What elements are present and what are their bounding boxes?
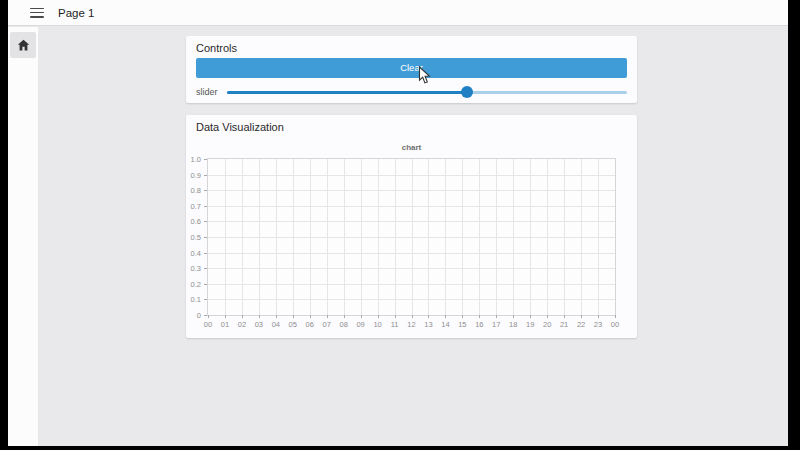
slider-fill [227, 91, 467, 94]
x-axis-tick [259, 315, 260, 318]
y-axis-tick [204, 159, 207, 160]
grid-line-horizontal [208, 237, 615, 238]
grid-line-horizontal [208, 253, 615, 254]
x-tick-label: 06 [306, 320, 314, 329]
x-axis-tick [615, 315, 616, 318]
controls-card: Controls Clear slider [186, 36, 637, 103]
x-tick-label: 00 [611, 320, 619, 329]
x-axis-tick [479, 315, 480, 318]
controls-card-title: Controls [196, 42, 627, 54]
grid-line-horizontal [208, 221, 615, 222]
slider-thumb[interactable] [461, 86, 473, 98]
x-tick-label: 05 [289, 320, 297, 329]
grid-line-horizontal [208, 284, 615, 285]
home-icon [17, 39, 30, 52]
x-tick-label: 01 [221, 320, 229, 329]
x-tick-label: 12 [407, 320, 415, 329]
y-tick-label: 0.6 [191, 217, 201, 226]
slider-input[interactable] [227, 91, 627, 94]
hamburger-icon[interactable] [30, 8, 44, 18]
x-tick-label: 20 [543, 320, 551, 329]
y-axis-tick [204, 253, 207, 254]
x-tick-label: 10 [373, 320, 381, 329]
y-axis-tick [204, 237, 207, 238]
y-tick-label: 0 [197, 311, 201, 320]
y-tick-label: 0.4 [191, 248, 201, 257]
x-axis-tick [547, 315, 548, 318]
x-axis-tick [428, 315, 429, 318]
x-axis-tick [564, 315, 565, 318]
slider-label: slider [196, 87, 227, 97]
x-axis-tick [412, 315, 413, 318]
x-axis-tick [496, 315, 497, 318]
y-axis-tick [204, 284, 207, 285]
y-tick-label: 0.8 [191, 186, 201, 195]
x-axis-tick [513, 315, 514, 318]
x-tick-label: 11 [391, 320, 399, 329]
x-axis-tick [310, 315, 311, 318]
y-axis-tick [204, 315, 207, 316]
sidebar-item-home[interactable] [10, 32, 36, 58]
x-tick-label: 22 [577, 320, 585, 329]
grid-line-horizontal [208, 268, 615, 269]
x-axis-tick [208, 315, 209, 318]
x-tick-label: 18 [509, 320, 517, 329]
x-axis-tick [225, 315, 226, 318]
x-axis-tick [530, 315, 531, 318]
x-tick-label: 14 [441, 320, 449, 329]
x-tick-label: 23 [594, 320, 602, 329]
x-tick-label: 17 [492, 320, 500, 329]
app-window: Page 1 Controls Clear slider Data Visual… [8, 0, 788, 446]
viz-card-title: Data Visualization [196, 121, 627, 133]
x-tick-label: 15 [458, 320, 466, 329]
y-tick-label: 0.5 [191, 233, 201, 242]
x-axis-tick [462, 315, 463, 318]
x-axis-tick [395, 315, 396, 318]
y-axis-tick [204, 299, 207, 300]
sidebar [8, 27, 38, 446]
data-visualization-card: Data Visualization chart 000102030405060… [186, 115, 637, 338]
clear-button[interactable]: Clear [196, 58, 627, 78]
x-tick-label: 19 [526, 320, 534, 329]
page-title: Page 1 [58, 7, 94, 19]
grid-line-horizontal [208, 190, 615, 191]
x-tick-label: 04 [272, 320, 280, 329]
y-axis-tick [204, 221, 207, 222]
x-tick-label: 03 [255, 320, 263, 329]
x-tick-label: 08 [339, 320, 347, 329]
x-tick-label: 07 [323, 320, 331, 329]
top-bar: Page 1 [8, 0, 788, 26]
x-axis-tick [378, 315, 379, 318]
x-axis-tick [361, 315, 362, 318]
x-axis-tick [293, 315, 294, 318]
x-axis-tick [598, 315, 599, 318]
chart: chart 0001020304050607080910111213141516… [207, 158, 616, 316]
y-tick-label: 0.7 [191, 201, 201, 210]
x-tick-label: 09 [356, 320, 364, 329]
main-content: Controls Clear slider Data Visualization… [38, 27, 788, 446]
y-tick-label: 0.3 [191, 264, 201, 273]
y-axis-tick [204, 206, 207, 207]
y-tick-label: 0.9 [191, 170, 201, 179]
x-tick-label: 00 [204, 320, 212, 329]
x-tick-label: 13 [424, 320, 432, 329]
x-tick-label: 16 [475, 320, 483, 329]
x-axis-tick [344, 315, 345, 318]
y-tick-label: 0.2 [191, 279, 201, 288]
y-axis-tick [204, 268, 207, 269]
x-axis-tick [445, 315, 446, 318]
plot-area: 0001020304050607080910111213141516171819… [207, 158, 616, 316]
slider-row: slider [196, 87, 627, 97]
x-axis-tick [242, 315, 243, 318]
grid-line-horizontal [208, 175, 615, 176]
grid-line-horizontal [208, 299, 615, 300]
x-axis-tick [276, 315, 277, 318]
x-axis-tick [327, 315, 328, 318]
y-tick-label: 1.0 [191, 155, 201, 164]
x-axis-tick [581, 315, 582, 318]
grid-line-horizontal [208, 206, 615, 207]
x-tick-label: 02 [238, 320, 246, 329]
x-tick-label: 21 [560, 320, 568, 329]
y-axis-tick [204, 175, 207, 176]
y-axis-tick [204, 190, 207, 191]
